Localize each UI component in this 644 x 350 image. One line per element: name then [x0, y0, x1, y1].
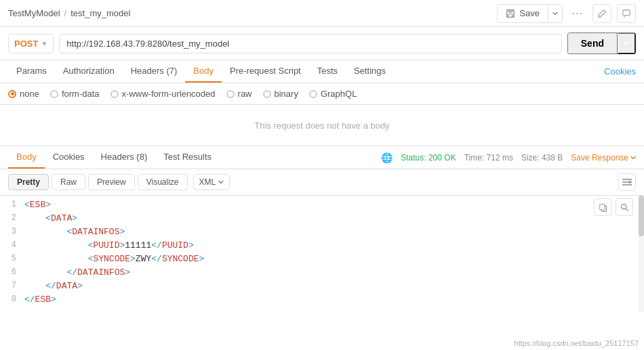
send-dropdown-button[interactable] [618, 32, 636, 54]
send-button[interactable]: Send [567, 32, 618, 54]
tab-authorization[interactable]: Authorization [55, 60, 123, 83]
radio-label-graphql: GraphQL [321, 89, 357, 99]
svg-rect-8 [599, 204, 604, 209]
radio-label-binary: binary [275, 89, 298, 99]
breadcrumb: TestMyModel / test_my_model [8, 8, 130, 18]
save-icon [506, 9, 515, 18]
radio-dot-binary [263, 90, 271, 98]
method-chevron-icon: ▼ [41, 40, 47, 47]
format-type-selector[interactable]: XML [193, 174, 230, 190]
comment-icon-button[interactable] [617, 4, 636, 23]
radio-label-urlencoded: x-www-form-urlencoded [122, 89, 216, 99]
format-type-label: XML [199, 177, 216, 187]
method-label: POST [14, 39, 38, 49]
radio-dot-none [8, 90, 16, 98]
radio-binary[interactable]: binary [263, 89, 298, 99]
code-line-3: 3 <DATAINFOS> [0, 227, 644, 240]
radio-dot-graphql [309, 90, 317, 98]
top-bar-actions: Save ··· [497, 4, 636, 23]
resp-tab-body[interactable]: Body [8, 146, 45, 169]
body-empty-text: This request does not have a body [254, 121, 389, 131]
save-button[interactable]: Save [498, 5, 548, 22]
scrollbar-thumb[interactable] [639, 196, 644, 236]
radio-label-form-data: form-data [62, 89, 100, 99]
request-tabs: Params Authorization Headers (7) Body Pr… [0, 60, 644, 83]
send-button-group: Send [567, 32, 636, 54]
format-bar-left: Pretty Raw Preview Visualize XML [8, 174, 230, 190]
resp-tab-cookies[interactable]: Cookies [45, 146, 93, 169]
breadcrumb-file[interactable]: test_my_model [71, 8, 130, 18]
radio-label-raw: raw [238, 89, 252, 99]
radio-form-data[interactable]: form-data [50, 89, 100, 99]
scrollbar-track[interactable] [639, 196, 644, 312]
format-bar-right [618, 173, 636, 191]
cookies-link[interactable]: Cookies [604, 61, 636, 82]
body-empty-message: This request does not have a body [0, 105, 644, 146]
save-response-chevron-icon [630, 155, 636, 160]
comment-icon [622, 9, 631, 18]
tab-settings[interactable]: Settings [346, 60, 394, 83]
radio-dot-form-data [50, 90, 58, 98]
response-section: Body Cookies Headers (8) Test Results 🌐 … [0, 146, 644, 312]
code-view: 1 <ESB> 2 <DATA> 3 <DATAINFOS> 4 <PUUID>… [0, 196, 644, 312]
body-type-bar: none form-data x-www-form-urlencoded raw… [0, 83, 644, 105]
url-bar: POST ▼ Send [0, 27, 644, 60]
radio-label-none: none [20, 89, 39, 99]
save-dropdown-button[interactable] [548, 5, 562, 22]
resp-tab-test-results[interactable]: Test Results [155, 146, 220, 169]
save-button-group: Save [497, 4, 563, 23]
more-options-button[interactable]: ··· [568, 4, 587, 23]
code-line-8: 8 </ESB> [0, 294, 644, 308]
code-line-7: 7 </DATA> [0, 281, 644, 294]
tab-body[interactable]: Body [185, 60, 222, 83]
fmt-visualize-button[interactable]: Visualize [138, 174, 188, 190]
response-meta: 🌐 Status: 200 OK Time: 712 ms Size: 438 … [381, 152, 636, 163]
search-icon [620, 203, 629, 212]
send-chevron-icon [624, 41, 629, 46]
tab-headers[interactable]: Headers (7) [123, 60, 186, 83]
method-selector[interactable]: POST ▼ [8, 34, 54, 53]
save-label: Save [519, 8, 540, 18]
code-line-2: 2 <DATA> [0, 213, 644, 227]
fmt-preview-button[interactable]: Preview [88, 174, 135, 190]
view-mode-buttons: Pretty Raw Preview Visualize [8, 174, 188, 190]
chevron-down-icon [552, 11, 558, 16]
edit-icon-button[interactable] [592, 4, 611, 23]
svg-rect-3 [623, 9, 630, 15]
top-bar: TestMyModel / test_my_model Save ··· [0, 0, 644, 27]
copy-button[interactable] [594, 198, 611, 216]
fmt-raw-button[interactable]: Raw [52, 174, 85, 190]
response-tabs-bar: Body Cookies Headers (8) Test Results 🌐 … [0, 146, 644, 169]
breadcrumb-model[interactable]: TestMyModel [8, 8, 60, 18]
edit-icon [597, 9, 607, 18]
radio-graphql[interactable]: GraphQL [309, 89, 357, 99]
radio-none[interactable]: none [8, 89, 39, 99]
response-status: Status: 200 OK [401, 153, 456, 162]
tab-tests[interactable]: Tests [309, 60, 346, 83]
code-line-5: 5 <SYNCODE>ZWY</SYNCODE> [0, 254, 644, 267]
radio-dot-raw [226, 90, 235, 98]
code-line-4: 4 <PUUID>11111</PUUID> [0, 240, 644, 254]
tab-params[interactable]: Params [8, 60, 55, 83]
format-chevron-icon [218, 179, 224, 185]
fmt-pretty-button[interactable]: Pretty [8, 174, 49, 190]
svg-line-10 [626, 209, 628, 211]
tab-pre-request[interactable]: Pre-request Script [222, 60, 309, 83]
radio-urlencoded[interactable]: x-www-form-urlencoded [110, 89, 216, 99]
globe-icon: 🌐 [381, 152, 393, 163]
resp-tab-headers[interactable]: Headers (8) [93, 146, 156, 169]
copy-icon [599, 203, 607, 212]
response-size: Size: 438 B [521, 153, 563, 162]
wrap-lines-button[interactable] [618, 173, 636, 191]
search-button[interactable] [616, 198, 633, 216]
format-bar: Pretty Raw Preview Visualize XML [0, 169, 644, 196]
request-tabs-list: Params Authorization Headers (7) Body Pr… [8, 60, 394, 83]
code-line-6: 6 </DATAINFOS> [0, 267, 644, 281]
url-input[interactable] [59, 34, 561, 53]
wrap-icon [622, 177, 632, 187]
code-line-1: 1 <ESB> [0, 200, 644, 213]
radio-raw[interactable]: raw [226, 89, 252, 99]
svg-rect-1 [509, 9, 512, 12]
response-time: Time: 712 ms [464, 153, 513, 162]
save-response-button[interactable]: Save Response [571, 153, 636, 162]
